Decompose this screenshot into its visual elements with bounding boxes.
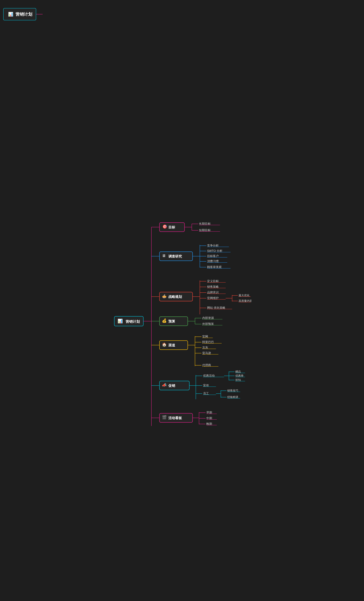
mubiao-sub-1: 长期目标 bbox=[199, 222, 211, 225]
svg-text:员工: 员工 bbox=[203, 392, 209, 395]
svg-text:优惠券: 优惠券 bbox=[235, 374, 244, 377]
svg-text:官网维护: 官网维护 bbox=[207, 296, 219, 300]
mubiao-sub-2: 短期目标 bbox=[199, 229, 211, 232]
svg-text:📣: 📣 bbox=[162, 383, 167, 387]
svg-text:渠道: 渠道 bbox=[168, 343, 175, 347]
svg-text:📊: 📊 bbox=[117, 319, 123, 324]
root-label: 营销计划 bbox=[125, 320, 140, 324]
svg-text:顾客审美观: 顾客审美观 bbox=[207, 265, 222, 269]
svg-text:目标客户: 目标客户 bbox=[207, 254, 219, 258]
root-icon: 📊 bbox=[7, 11, 14, 18]
mind-map-svg: 📊 营销计划 🎯 目标 长期目标 短期目标 🖥 调查研究 bbox=[113, 211, 251, 437]
root-area: 📊 营销计划 bbox=[3, 8, 36, 20]
svg-text:促销: 促销 bbox=[168, 384, 175, 388]
svg-text:活动看板: 活动看板 bbox=[168, 416, 182, 420]
svg-text:💰: 💰 bbox=[162, 318, 167, 323]
svg-text:中期: 中期 bbox=[206, 417, 212, 420]
svg-text:🎬: 🎬 bbox=[162, 415, 167, 420]
svg-text:定义目标: 定义目标 bbox=[207, 280, 219, 283]
mind-map: 📊 营销计划 bbox=[3, 5, 361, 24]
svg-text:最大优化: 最大优化 bbox=[239, 294, 249, 297]
svg-text:外部预算: 外部预算 bbox=[202, 322, 214, 326]
svg-text:战略规划: 战略规划 bbox=[168, 295, 182, 299]
svg-text:SWTO 分析: SWTO 分析 bbox=[207, 249, 222, 252]
svg-text:🏠: 🏠 bbox=[162, 342, 167, 347]
svg-text:官网: 官网 bbox=[202, 335, 208, 338]
root-h-connector bbox=[36, 14, 43, 14]
svg-text:品牌意识: 品牌意识 bbox=[207, 291, 219, 294]
svg-text:晚期: 晚期 bbox=[206, 422, 212, 425]
svg-text:预算: 预算 bbox=[168, 320, 175, 323]
svg-text:🎯: 🎯 bbox=[163, 224, 167, 229]
svg-text:🥧: 🥧 bbox=[162, 294, 167, 298]
svg-text:网站 优化策略: 网站 优化策略 bbox=[207, 306, 225, 309]
svg-text:经验精湛: 经验精湛 bbox=[227, 396, 238, 399]
svg-text:代理商: 代理商 bbox=[202, 363, 211, 367]
svg-text:赠品: 赠品 bbox=[235, 370, 241, 373]
svg-text:阿里巴巴: 阿里巴巴 bbox=[202, 341, 214, 344]
svg-text:高质量内容: 高质量内容 bbox=[239, 299, 251, 302]
root-label: 营销计划 bbox=[16, 11, 32, 17]
root-node: 📊 营销计划 bbox=[3, 8, 36, 20]
svg-text:消费习惯: 消费习惯 bbox=[207, 260, 219, 263]
svg-text:目标: 目标 bbox=[168, 225, 175, 229]
root-node-box: 📊 营销计划 bbox=[3, 8, 36, 20]
svg-text:京东: 京东 bbox=[202, 346, 208, 349]
svg-text:调查研究: 调查研究 bbox=[168, 254, 182, 258]
svg-text:🖥: 🖥 bbox=[162, 253, 166, 258]
svg-text:竞争分析: 竞争分析 bbox=[207, 244, 219, 247]
svg-text:早期: 早期 bbox=[206, 411, 212, 414]
svg-text:宣传: 宣传 bbox=[203, 384, 209, 387]
svg-text:销售技巧: 销售技巧 bbox=[227, 389, 238, 392]
mind-map-container: 📊 营销计划 🎯 目标 长期目标 短期目标 🖥 调查研究 bbox=[113, 211, 251, 437]
svg-text:内部资源: 内部资源 bbox=[202, 316, 214, 320]
svg-text:折扣: 折扣 bbox=[235, 378, 241, 381]
svg-text:亚马逊: 亚马逊 bbox=[202, 351, 211, 355]
svg-text:优惠活动: 优惠活动 bbox=[203, 374, 215, 377]
svg-text:销售策略: 销售策略 bbox=[207, 285, 219, 288]
page-container: 📊 营销计划 🎯 目标 长期目标 短期目标 🖥 调查研究 bbox=[3, 24, 361, 601]
